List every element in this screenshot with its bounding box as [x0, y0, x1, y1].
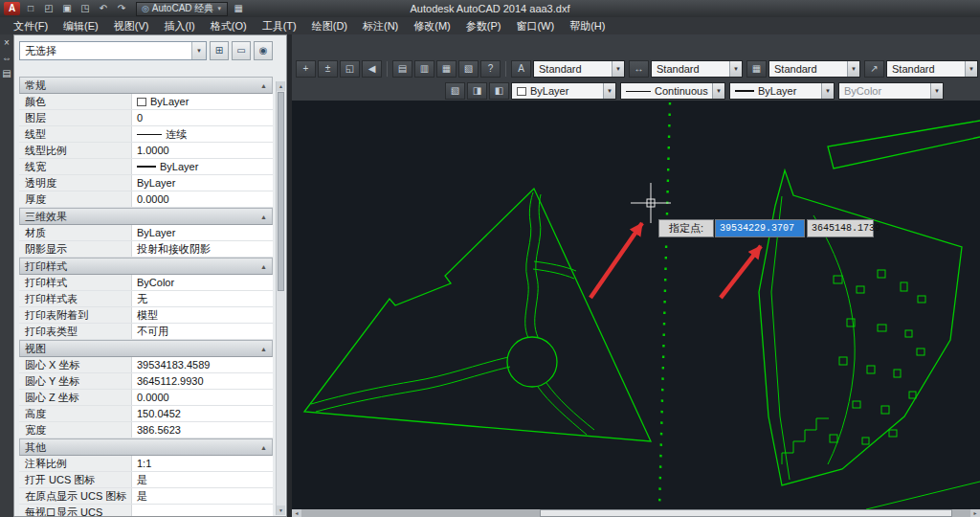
- palette-menu-icon[interactable]: ▤: [1, 68, 12, 79]
- chevron-down-icon[interactable]: ▼: [821, 83, 834, 99]
- property-value[interactable]: 386.5623: [132, 422, 273, 438]
- menu-file[interactable]: 文件(F): [6, 17, 56, 34]
- linetype-control-dropdown[interactable]: Continuous ▼: [620, 82, 725, 100]
- section-header-general[interactable]: 常规 ▲: [19, 77, 273, 94]
- property-value[interactable]: 39534183.4589: [132, 357, 273, 372]
- menu-dimension[interactable]: 标注(N): [355, 17, 406, 34]
- dynamic-input-y-field[interactable]: 3645148.1739: [807, 219, 874, 237]
- help-icon[interactable]: ?: [480, 60, 501, 78]
- property-value[interactable]: 150.0452: [132, 406, 273, 421]
- collapse-icon[interactable]: ▲: [260, 82, 267, 89]
- menu-view[interactable]: 视图(V): [106, 17, 157, 34]
- dim-style-icon[interactable]: ↔: [629, 60, 649, 78]
- section-header-plotstyle[interactable]: 打印样式 ▲: [19, 258, 273, 275]
- open-file-icon[interactable]: ◰: [41, 2, 56, 15]
- property-value[interactable]: ByColor: [132, 275, 273, 290]
- property-value[interactable]: [132, 505, 273, 517]
- property-value[interactable]: 3645112.9930: [132, 373, 273, 389]
- lineweight-control-dropdown[interactable]: ByLayer ▼: [729, 82, 835, 100]
- close-icon[interactable]: ×: [1, 37, 12, 49]
- property-value[interactable]: ByLayer: [132, 159, 273, 174]
- scroll-up-icon[interactable]: ▲: [277, 81, 285, 91]
- palette-scrollbar[interactable]: ▲ ▼: [276, 81, 285, 515]
- collapse-icon[interactable]: ▲: [260, 263, 267, 270]
- palette-scrollbar-thumb[interactable]: [278, 92, 284, 291]
- undo-icon[interactable]: ↶: [96, 2, 111, 15]
- property-value[interactable]: 无: [132, 291, 273, 306]
- menu-parametric[interactable]: 参数(P): [458, 17, 509, 34]
- layout-icon-4[interactable]: ▧: [458, 60, 479, 78]
- menu-insert[interactable]: 插入(I): [156, 17, 202, 34]
- menu-tools[interactable]: 工具(T): [255, 17, 304, 34]
- property-value[interactable]: 连续: [132, 126, 273, 142]
- chevron-down-icon[interactable]: ▼: [729, 61, 742, 77]
- collapse-icon[interactable]: ▲: [260, 346, 267, 352]
- scroll-down-icon[interactable]: ▼: [277, 506, 285, 515]
- color-control-dropdown[interactable]: ByLayer ▼: [511, 82, 616, 100]
- properties-tool-icon-2[interactable]: ◨: [467, 82, 487, 100]
- property-value[interactable]: 是: [132, 472, 273, 487]
- toolbar-extra-icon[interactable]: ▦: [231, 2, 246, 15]
- horizontal-scrollbar-thumb[interactable]: [540, 509, 952, 517]
- redo-icon[interactable]: ↷: [114, 2, 129, 15]
- zoom-window-icon[interactable]: ◱: [340, 60, 360, 78]
- zoom-previous-icon[interactable]: ◀: [362, 60, 382, 78]
- pan-icon[interactable]: +: [296, 60, 316, 78]
- autocad-logo-icon[interactable]: A: [4, 2, 20, 15]
- property-value[interactable]: ByLayer: [132, 94, 273, 109]
- horizontal-scrollbar[interactable]: ◄ ►: [292, 509, 980, 517]
- chevron-down-icon[interactable]: ▼: [930, 83, 943, 99]
- property-value[interactable]: 0.0000: [132, 390, 273, 405]
- multileader-style-dropdown[interactable]: Standard ▼: [886, 60, 978, 78]
- select-objects-icon[interactable]: ▭: [232, 41, 251, 60]
- dim-style-dropdown[interactable]: Standard ▼: [651, 60, 743, 78]
- layout-icon-1[interactable]: ▤: [392, 60, 412, 78]
- multileader-style-icon[interactable]: ↗: [864, 60, 884, 78]
- chevron-down-icon[interactable]: ▼: [847, 61, 859, 77]
- dynamic-input-x-field[interactable]: 39534229.3707: [715, 219, 805, 237]
- menu-draw[interactable]: 绘图(D): [304, 17, 355, 34]
- property-value[interactable]: 1.0000: [132, 143, 273, 158]
- property-value[interactable]: 模型: [132, 307, 273, 323]
- save-file-icon[interactable]: ▣: [59, 2, 75, 15]
- property-value[interactable]: 0.0000: [132, 191, 273, 207]
- model-space-canvas[interactable]: 指定点: 39534229.3707 3645148.1739: [292, 101, 980, 509]
- properties-tool-icon-3[interactable]: ◧: [489, 82, 509, 100]
- auto-hide-icon[interactable]: ⇔: [1, 53, 12, 64]
- menu-edit[interactable]: 编辑(E): [56, 17, 106, 34]
- scroll-right-icon[interactable]: ►: [970, 509, 980, 517]
- layout-icon-2[interactable]: ▥: [414, 60, 434, 78]
- chevron-down-icon[interactable]: ▼: [603, 83, 615, 99]
- menu-help[interactable]: 帮助(H): [562, 17, 612, 34]
- collapse-icon[interactable]: ▲: [260, 444, 267, 451]
- chevron-down-icon[interactable]: ▼: [191, 42, 206, 59]
- text-style-dropdown[interactable]: Standard ▼: [533, 60, 625, 78]
- table-style-dropdown[interactable]: Standard ▼: [768, 60, 860, 78]
- drawing-viewport[interactable]: [292, 101, 980, 509]
- property-value[interactable]: 是: [132, 488, 273, 504]
- menu-format[interactable]: 格式(O): [203, 17, 255, 34]
- collapse-icon[interactable]: ▲: [260, 214, 267, 220]
- chevron-down-icon[interactable]: ▼: [612, 61, 624, 77]
- chevron-down-icon[interactable]: ▼: [965, 61, 977, 77]
- table-style-icon[interactable]: ▦: [746, 60, 767, 78]
- menu-modify[interactable]: 修改(M): [406, 17, 458, 34]
- zoom-realtime-icon[interactable]: ±: [318, 60, 338, 78]
- plot-icon[interactable]: ◳: [78, 2, 93, 15]
- properties-tool-icon-1[interactable]: ▧: [445, 82, 465, 100]
- menu-window[interactable]: 窗口(W): [508, 17, 562, 34]
- toggle-pickadd-icon[interactable]: ⊞: [210, 41, 229, 60]
- chevron-down-icon[interactable]: ▼: [712, 83, 724, 99]
- property-value[interactable]: 投射和接收阴影: [132, 241, 273, 257]
- new-file-icon[interactable]: □: [23, 2, 38, 15]
- property-value[interactable]: 0: [132, 110, 273, 125]
- property-value[interactable]: 1:1: [132, 456, 273, 471]
- property-value[interactable]: ByLayer: [132, 175, 273, 191]
- section-header-3d[interactable]: 三维效果 ▲: [19, 208, 273, 225]
- quick-select-icon[interactable]: ◉: [254, 41, 273, 60]
- property-value[interactable]: ByLayer: [132, 225, 273, 240]
- plotstyle-control-dropdown[interactable]: ByColor ▼: [838, 82, 944, 100]
- layout-icon-3[interactable]: ▦: [436, 60, 457, 78]
- workspace-dropdown[interactable]: ◎ AutoCAD 经典 ▼: [136, 2, 228, 16]
- property-value[interactable]: 不可用: [132, 324, 273, 339]
